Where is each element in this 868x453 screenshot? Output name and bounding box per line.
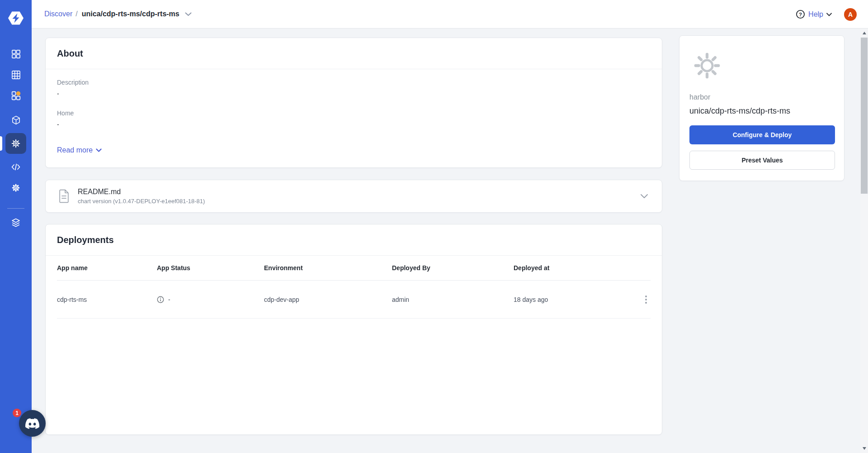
breadcrumb-chart-name: unica/cdp-rts-ms/cdp-rts-ms [82,10,179,18]
chart-repo-name: harbor [689,93,710,101]
kebab-dot [645,299,647,300]
home-value: - [57,121,651,128]
scrollbar-down-button[interactable] [860,444,868,453]
sidebar-item-resource-browser[interactable] [0,110,32,130]
chevron-down-icon [640,194,648,199]
app-status-value: - [168,296,170,303]
info-circle-icon[interactable] [157,296,164,303]
cell-app-name: cdp-rts-ms [57,296,157,303]
sidebar-item-code[interactable] [0,157,32,177]
cell-deployed-at: 18 days ago [514,296,637,303]
deployments-title: Deployments [57,235,114,245]
preset-values-button[interactable]: Preset Values [689,151,835,170]
about-card: About Description - Home - Read more [45,38,662,168]
cell-deployed-by: admin [392,296,514,303]
gear-icon [10,182,21,193]
kebab-dot [645,302,647,304]
help-label: Help [808,10,823,19]
question-circle-icon: ? [796,10,805,19]
notification-badge: 1 [13,409,21,417]
sidebar-item-stack-manager[interactable] [0,212,32,233]
sidebar-item-jobs[interactable] [0,64,32,85]
discord-chat-button[interactable]: 1 [19,410,46,437]
row-actions-menu-button[interactable] [642,293,651,306]
column-header-deployed-by: Deployed By [392,264,514,272]
sidebar-divider [7,208,24,209]
readme-text: README.md chart version (v1.0.47-DEPLOY-… [78,188,205,205]
cell-environment: cdp-dev-app [264,296,392,303]
read-more-link[interactable]: Read more [57,146,102,154]
column-header-app-name: App name [57,264,157,272]
chart-full-name: unica/cdp-rts-ms/cdp-rts-ms [689,106,790,116]
code-icon [10,162,21,172]
sidebar-nav [0,43,32,233]
avatar[interactable]: A [844,8,857,21]
description-label: Description [57,79,651,86]
sidebar [0,0,32,453]
jobs-grid-icon [11,70,21,80]
cube-icon [11,115,21,125]
readme-filename: README.md [78,188,205,196]
cell-app-status: - [157,296,264,303]
active-indicator-pill [0,136,2,151]
column-header-app-status: App Status [157,264,264,272]
breadcrumb-separator: / [75,10,77,18]
triangle-up-icon [863,32,866,34]
deployments-card: Deployments App name App Status Environm… [45,224,662,435]
deployments-table: App name App Status Environment Deployed… [46,256,662,319]
chart-placeholder-sun-icon [693,52,721,80]
about-body: Description - Home - Read more [46,69,662,154]
app-groups-icon [10,90,22,101]
triangle-down-icon [863,447,866,450]
top-bar-right: ? Help A [796,0,857,29]
breadcrumb: Discover / unica/cdp-rts-ms/cdp-rts-ms [44,10,192,18]
sidebar-item-chart-store[interactable] [0,133,32,154]
scrollbar-thumb[interactable] [861,38,868,194]
about-card-header: About [46,38,662,69]
devtron-logo-icon [7,10,24,27]
scrollbar-up-button[interactable] [860,29,868,38]
read-more-label: Read more [57,146,93,154]
question-glyph: ? [799,12,802,17]
chevron-down-icon [96,148,102,153]
readme-card[interactable]: README.md chart version (v1.0.47-DEPLOY-… [45,180,662,213]
column-header-environment: Environment [264,264,392,272]
help-menu[interactable]: ? Help [796,10,832,19]
sidebar-item-applications[interactable] [0,43,32,64]
apps-grid-icon [11,49,21,59]
chevron-down-icon [185,12,192,16]
helm-wheel-icon [10,138,21,149]
table-row: cdp-rts-ms - cdp-dev-app admin 18 days a… [57,281,651,319]
sidebar-item-application-groups[interactable] [0,85,32,106]
home-label: Home [57,110,651,117]
table-header-row: App name App Status Environment Deployed… [57,256,651,281]
readme-expand-button[interactable] [640,194,648,199]
notification-dot [16,91,20,95]
chart-summary-card: harbor unica/cdp-rts-ms/cdp-rts-ms Confi… [679,35,844,181]
description-value: - [57,90,651,97]
file-document-icon [58,189,70,203]
kebab-dot [645,296,647,297]
readme-chart-version: chart version (v1.0.47-DEPLOY-e1eef081-1… [78,198,205,205]
discord-icon [25,418,39,429]
breadcrumb-discover-link[interactable]: Discover [44,10,72,18]
top-bar: Discover / unica/cdp-rts-ms/cdp-rts-ms ?… [32,0,868,29]
deployments-card-header: Deployments [46,224,662,256]
configure-deploy-button[interactable]: Configure & Deploy [689,125,835,144]
about-title: About [57,48,83,59]
devtron-logo-icon[interactable] [7,9,25,27]
chart-version-dropdown[interactable] [185,12,192,16]
stack-icon [10,217,21,228]
chevron-down-icon [826,13,832,16]
sidebar-item-global-configurations[interactable] [0,177,32,198]
column-header-deployed-at: Deployed at [514,264,637,272]
vertical-scrollbar[interactable] [860,29,868,453]
